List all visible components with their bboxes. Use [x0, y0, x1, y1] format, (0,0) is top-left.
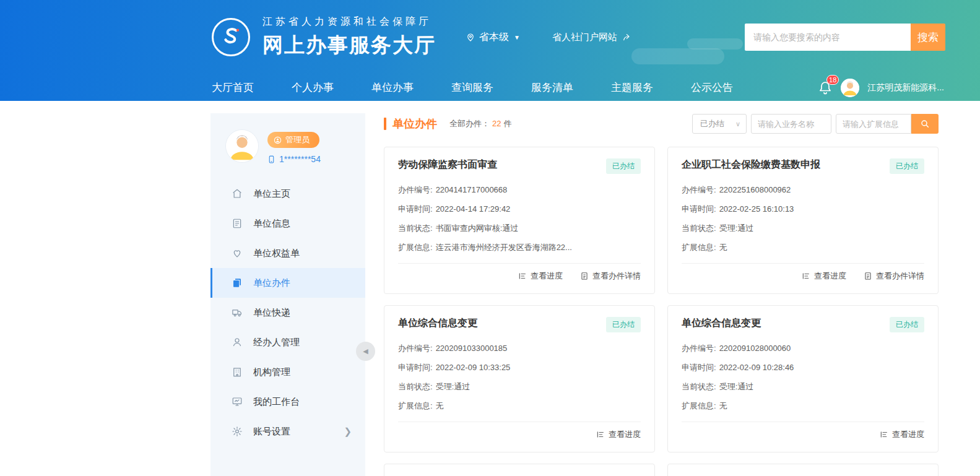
apply-time: 2022-02-09 10:33:25: [436, 358, 511, 377]
case-title: 企业职工社会保险缴费基数申报: [682, 158, 820, 171]
field-label: 申请时间:: [398, 199, 433, 219]
nav-item-unit[interactable]: 单位办事: [371, 80, 414, 95]
field-label: 办件编号:: [682, 339, 716, 358]
site-titles: 江苏省人力资源和社会保障厅 网上办事服务大厅: [262, 15, 436, 59]
site-header: 江苏省人力资源和社会保障厅 网上办事服务大厅 省本级 ▼ 省人社门户网站: [0, 0, 980, 101]
view-detail-link[interactable]: 查看办件详情: [580, 270, 641, 282]
nav-item-personal[interactable]: 个人办事: [292, 80, 334, 95]
sidebar-item-unit-home[interactable]: 单位主页: [210, 179, 365, 209]
field-label: 当前状态:: [398, 219, 433, 238]
current-status: 受理:通过: [436, 377, 470, 396]
cloud-decoration: [631, 48, 724, 64]
nav-item-hall-home[interactable]: 大厅首页: [212, 80, 254, 95]
header-search: 搜索: [745, 24, 945, 51]
search-button[interactable]: 搜索: [911, 24, 945, 51]
field-label: 办件编号:: [398, 180, 433, 199]
collapse-sidebar-button[interactable]: ◀: [356, 342, 375, 361]
region-label: 省本级: [479, 31, 509, 44]
page-title: 网上办事服务大厅: [262, 32, 436, 59]
field-label: 办件编号:: [682, 180, 716, 199]
case-title: 劳动保障监察书面审查: [398, 158, 497, 171]
case-filters: 已办结 ∨: [692, 114, 939, 134]
main-area: 管理员 1********54: [210, 113, 939, 476]
field-label: 办件编号:: [398, 339, 433, 358]
progress-list-icon: [518, 272, 527, 280]
view-progress-link[interactable]: 查看进度: [880, 429, 924, 440]
case-card-partial: [384, 464, 655, 476]
sidebar: 管理员 1********54: [210, 113, 365, 476]
home-icon: [232, 188, 243, 199]
sidebar-item-label: 机构管理: [253, 366, 290, 378]
status-badge: 已办结: [890, 317, 924, 332]
role-badge-label: 管理员: [285, 134, 310, 145]
extended-info-input[interactable]: [836, 114, 911, 134]
role-badge: 管理员: [267, 132, 319, 148]
org-name: 江苏省人力资源和社会保障厅: [262, 15, 436, 28]
progress-list-icon: [880, 430, 888, 439]
view-detail-link[interactable]: 查看办件详情: [864, 270, 924, 282]
sidebar-item-unit-rights[interactable]: 单位权益单: [210, 238, 365, 268]
search-input[interactable]: [745, 24, 911, 51]
document-icon: [232, 218, 243, 229]
field-label: 当前状态:: [398, 377, 433, 396]
case-card-partial: [667, 464, 939, 476]
magnifier-icon: [920, 119, 930, 129]
status-badge: 已办结: [606, 158, 641, 174]
sidebar-item-agent-management[interactable]: 经办人管理: [210, 327, 365, 357]
sidebar-item-account-settings[interactable]: 账号设置 ❯: [210, 417, 365, 446]
sidebar-item-workbench[interactable]: 我的工作台: [210, 387, 365, 417]
content-area: 单位办件 全部办件：22件 已办结 ∨: [384, 113, 939, 476]
sidebar-item-label: 账号设置: [253, 426, 290, 438]
location-pin-icon: [466, 32, 475, 42]
chevron-right-icon: ❯: [344, 426, 352, 437]
field-label: 扩展信息:: [398, 396, 433, 415]
status-badge: 已办结: [606, 317, 641, 332]
progress-list-icon: [802, 272, 810, 280]
status-filter-select[interactable]: 已办结 ∨: [692, 114, 747, 134]
case-card: 劳动保障监察书面审查 已办结 办件编号:2204141717000668 申请时…: [384, 147, 655, 294]
sidebar-item-unit-info[interactable]: 单位信息: [210, 209, 365, 238]
business-name-input[interactable]: [751, 114, 831, 134]
field-label: 申请时间:: [682, 358, 716, 377]
company-name[interactable]: 江苏明茂新能源科...: [867, 82, 944, 93]
portal-link[interactable]: 省人社门户网站: [552, 32, 632, 43]
apply-time: 2022-02-09 10:28:46: [719, 358, 794, 377]
section-accent-bar: [384, 118, 386, 130]
sidebar-item-label: 单位权益单: [253, 248, 300, 259]
express-truck-icon: [232, 307, 243, 318]
case-title: 单位综合信息变更: [682, 317, 761, 330]
portal-link-label: 省人社门户网站: [552, 32, 617, 43]
case-card: 单位综合信息变更 已办结 办件编号:2202091028000060 申请时间:…: [667, 305, 939, 452]
filter-search-button[interactable]: [911, 114, 939, 134]
detail-document-icon: [864, 272, 872, 280]
view-progress-link[interactable]: 查看进度: [802, 270, 846, 282]
region-selector[interactable]: 省本级 ▼: [466, 31, 520, 44]
view-progress-link[interactable]: 查看进度: [518, 270, 563, 282]
collapse-arrow-icon: ◀: [363, 347, 368, 355]
extended-info: 无: [719, 396, 727, 415]
sidebar-item-label: 单位主页: [253, 188, 290, 200]
nav-item-service-list[interactable]: 服务清单: [531, 80, 573, 95]
case-card-grid: 劳动保障监察书面审查 已办结 办件编号:2204141717000668 申请时…: [384, 147, 939, 476]
phone-number: 1********54: [267, 154, 321, 164]
user-avatar[interactable]: [841, 79, 859, 97]
case-number: 2202091028000060: [719, 339, 791, 358]
field-label: 申请时间:: [398, 358, 433, 377]
chevron-down-icon: ▼: [514, 34, 520, 41]
detail-document-icon: [580, 272, 589, 280]
sidebar-item-unit-express[interactable]: 单位快递: [210, 298, 365, 327]
section-title: 单位办件: [392, 116, 437, 131]
sidebar-item-unit-cases[interactable]: 单位办件: [210, 268, 365, 298]
notification-bell-icon[interactable]: 18: [818, 80, 833, 95]
avatar: [225, 129, 259, 163]
person-icon: [232, 337, 243, 348]
nav-item-announcements[interactable]: 公示公告: [691, 80, 733, 95]
view-progress-link[interactable]: 查看进度: [596, 429, 641, 440]
nav-item-theme[interactable]: 主题服务: [611, 80, 653, 95]
sidebar-item-org-management[interactable]: 机构管理: [210, 357, 365, 387]
portal-arrow-icon: [622, 32, 632, 42]
gear-icon: [232, 426, 243, 437]
chevron-down-icon: ∨: [735, 120, 740, 128]
heart-icon: [232, 248, 243, 259]
nav-item-query[interactable]: 查询服务: [451, 80, 493, 95]
